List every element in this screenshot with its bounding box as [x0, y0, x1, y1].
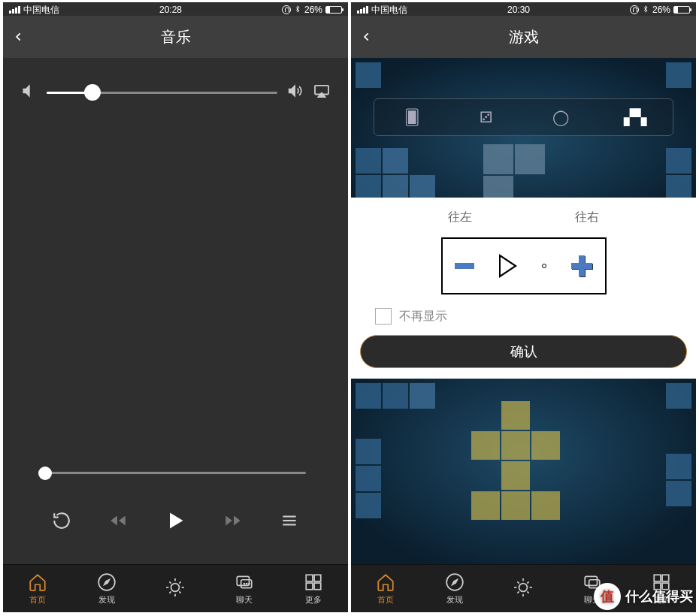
- svg-marker-1: [289, 86, 295, 95]
- tab-bar: 首页 发现 聊天 更多: [3, 564, 348, 612]
- tab-label: 发现: [98, 594, 115, 605]
- orientation-lock-icon: [282, 5, 291, 14]
- status-bar: 中国电信 20:28 26%: [3, 2, 348, 16]
- status-bar: 中国电信 20:30 26%: [351, 2, 696, 16]
- game-selector-bar[interactable]: 🂠 ⚂ ◯ ▞▚: [374, 98, 673, 136]
- tab-home[interactable]: 首页: [3, 565, 72, 612]
- svg-point-25: [244, 583, 245, 584]
- playlist-button[interactable]: [280, 511, 299, 533]
- dont-show-label: 不再显示: [399, 309, 447, 325]
- svg-marker-33: [452, 579, 457, 584]
- clock: 20:30: [507, 5, 530, 15]
- nav-title: 音乐: [161, 27, 191, 47]
- carrier-label: 中国电信: [23, 4, 59, 17]
- volume-slider[interactable]: [47, 92, 277, 94]
- svg-line-42: [528, 581, 529, 583]
- dot-icon: [542, 264, 546, 268]
- game-option-pixel[interactable]: ▞▚: [622, 104, 648, 130]
- svg-rect-46: [662, 575, 669, 581]
- tab-discover[interactable]: 发现: [420, 565, 489, 612]
- play-triangle-icon[interactable]: [499, 254, 517, 278]
- signal-icon: [9, 6, 20, 14]
- svg-line-20: [180, 591, 181, 593]
- svg-rect-28: [306, 575, 313, 581]
- back-button[interactable]: [14, 28, 24, 46]
- battery-pct: 26%: [304, 5, 322, 15]
- prev-button[interactable]: [108, 511, 128, 533]
- svg-point-34: [519, 584, 528, 592]
- airplay-icon[interactable]: [313, 84, 330, 101]
- progress-slider[interactable]: [45, 472, 306, 474]
- checkbox[interactable]: [375, 308, 392, 325]
- watermark-text: 什么值得买: [625, 587, 693, 605]
- label-left: 往左: [448, 210, 472, 225]
- playback-controls: [3, 510, 348, 534]
- tab-label: 发现: [446, 594, 463, 605]
- battery-pct: 26%: [652, 5, 670, 15]
- svg-line-19: [170, 581, 171, 583]
- volume-row: [3, 83, 348, 101]
- tab-more[interactable]: 更多: [279, 565, 348, 612]
- svg-rect-45: [654, 575, 661, 581]
- minus-button[interactable]: [455, 263, 474, 269]
- watermark: 值 什么值得买: [594, 583, 693, 610]
- svg-point-26: [247, 583, 247, 584]
- tab-label: 首页: [29, 594, 46, 605]
- battery-icon: [325, 6, 342, 14]
- tab-home[interactable]: 首页: [351, 565, 420, 612]
- bluetooth-icon: [294, 5, 301, 16]
- tab-label: 首页: [377, 594, 394, 605]
- svg-rect-30: [306, 583, 313, 590]
- tab-light[interactable]: [489, 565, 558, 612]
- next-button[interactable]: [223, 511, 243, 533]
- svg-marker-4: [110, 516, 117, 526]
- tab-light[interactable]: [141, 565, 210, 612]
- direction-control-box: [441, 237, 607, 294]
- svg-marker-0: [23, 86, 29, 95]
- clock: 20:28: [159, 5, 182, 15]
- orientation-lock-icon: [630, 5, 639, 14]
- svg-line-21: [170, 591, 171, 593]
- phone-music: 中国电信 20:28 26% 音乐: [3, 2, 348, 612]
- svg-marker-7: [225, 516, 232, 526]
- svg-line-41: [518, 591, 519, 593]
- svg-marker-3: [319, 93, 325, 97]
- nav-header: 音乐: [3, 16, 348, 58]
- svg-line-40: [528, 591, 529, 593]
- back-button[interactable]: [362, 28, 372, 46]
- game-option-ball[interactable]: ◯: [548, 104, 573, 130]
- nav-title: 游戏: [509, 27, 539, 47]
- svg-line-39: [518, 581, 519, 583]
- tab-chat[interactable]: 聊天: [210, 565, 279, 612]
- game-preview-bottom: [351, 379, 696, 564]
- svg-rect-29: [314, 575, 321, 581]
- volume-high-icon: [288, 83, 303, 101]
- nav-header: 游戏: [351, 16, 696, 58]
- repeat-button[interactable]: [52, 511, 71, 533]
- confirm-button[interactable]: 确认: [360, 335, 687, 368]
- svg-marker-13: [104, 579, 109, 584]
- svg-marker-6: [170, 513, 183, 529]
- dont-show-row[interactable]: 不再显示: [351, 308, 696, 335]
- signal-icon: [357, 6, 368, 14]
- game-option-cards[interactable]: 🂠: [399, 104, 425, 130]
- plus-button[interactable]: [571, 255, 592, 276]
- watermark-icon: 值: [594, 583, 621, 610]
- game-option-dice[interactable]: ⚂: [474, 104, 499, 130]
- tab-discover[interactable]: 发现: [72, 565, 141, 612]
- game-preview-top: 🂠 ⚂ ◯ ▞▚: [351, 58, 696, 198]
- svg-point-27: [249, 583, 250, 584]
- bluetooth-icon: [642, 5, 649, 16]
- volume-low-icon: [21, 83, 36, 101]
- tab-label: 聊天: [236, 594, 253, 605]
- svg-line-22: [180, 581, 181, 583]
- music-screen: [3, 58, 348, 564]
- label-right: 往右: [575, 210, 599, 225]
- svg-rect-31: [314, 583, 321, 590]
- phone-game: 中国电信 20:30 26% 游戏: [351, 2, 696, 612]
- play-button[interactable]: [165, 510, 186, 534]
- tab-label: 更多: [305, 594, 322, 605]
- carrier-label: 中国电信: [371, 4, 407, 17]
- game-screen: 🂠 ⚂ ◯ ▞▚ 往左 往右 不再显示 确认: [351, 58, 696, 564]
- svg-marker-8: [234, 516, 241, 526]
